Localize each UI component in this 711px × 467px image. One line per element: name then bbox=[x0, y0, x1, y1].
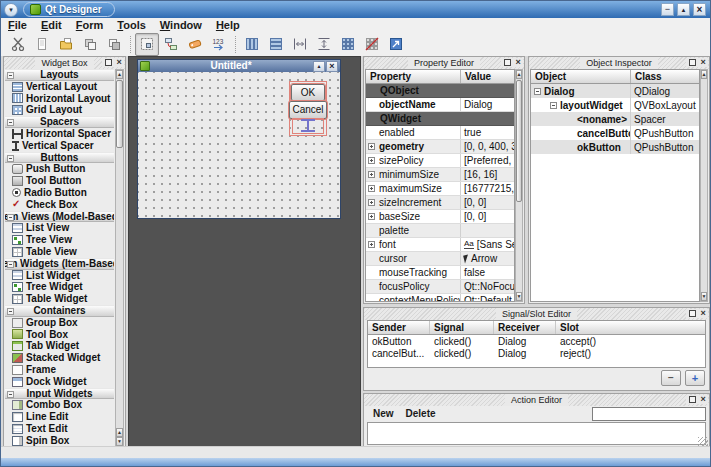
receiver-cell[interactable]: Dialog bbox=[494, 348, 556, 359]
menu-item[interactable]: Window bbox=[160, 19, 202, 31]
scrollbar-thumb[interactable] bbox=[116, 80, 123, 148]
action-filter-input[interactable] bbox=[592, 407, 706, 421]
property-row[interactable]: minimumSize [16, 16] bbox=[366, 168, 514, 182]
property-editor-titlebar[interactable]: Property Editor bbox=[364, 57, 524, 69]
property-row[interactable]: geometry [0, 0, 400, 3... bbox=[366, 140, 514, 154]
form-close-icon[interactable] bbox=[326, 61, 338, 72]
menu-item[interactable]: Help bbox=[216, 19, 240, 31]
widget-box-scrollbar[interactable] bbox=[115, 69, 124, 447]
close-icon[interactable] bbox=[514, 58, 523, 67]
scrollbar-thumb[interactable] bbox=[516, 80, 522, 202]
window-titlebar[interactable]: Qt Designer bbox=[1, 1, 710, 19]
copy-icon[interactable] bbox=[30, 33, 54, 56]
scroll-up-icon[interactable] bbox=[116, 428, 123, 437]
collapse-icon[interactable] bbox=[7, 308, 14, 315]
break-layout-icon[interactable] bbox=[360, 33, 384, 56]
sender-cell[interactable]: cancelBut... bbox=[368, 348, 430, 359]
property-value[interactable]: [16, 16] bbox=[464, 169, 497, 180]
widget-box-row[interactable]: Table Widget bbox=[5, 293, 114, 305]
menu-item[interactable]: Edit bbox=[41, 19, 62, 31]
form-minimize-icon[interactable] bbox=[313, 61, 325, 72]
widget-box-row[interactable]: Tree View bbox=[5, 234, 114, 246]
object-inspector-titlebar[interactable]: Object Inspector bbox=[529, 57, 709, 69]
collapse-icon[interactable] bbox=[7, 72, 14, 79]
float-icon[interactable] bbox=[104, 58, 113, 67]
widget-box-row[interactable]: Item Widgets (Item-Based) bbox=[5, 258, 114, 270]
selected-vbox-layout[interactable]: OK Cancel bbox=[289, 81, 327, 136]
property-row[interactable]: cursor Arrow bbox=[366, 252, 514, 266]
property-row[interactable]: objectName Dialog bbox=[366, 98, 514, 112]
object-inspector-scrollbar[interactable] bbox=[700, 69, 708, 302]
property-row[interactable]: baseSize [0, 0] bbox=[366, 210, 514, 224]
widget-box-row[interactable]: Combo Box bbox=[5, 399, 114, 411]
signal-cell[interactable]: clicked() bbox=[430, 336, 494, 347]
float-icon[interactable] bbox=[503, 58, 512, 67]
object-row[interactable]: <noname> Spacer bbox=[531, 112, 699, 126]
widget-box-row[interactable]: Input Widgets bbox=[5, 388, 114, 400]
property-value[interactable]: true bbox=[464, 127, 481, 138]
close-icon[interactable] bbox=[699, 58, 708, 67]
form-canvas[interactable]: OK Cancel bbox=[138, 72, 340, 218]
receiver-column-header[interactable]: Receiver bbox=[494, 321, 556, 334]
collapse-icon[interactable] bbox=[7, 155, 14, 162]
add-connection-icon[interactable] bbox=[685, 370, 705, 386]
form-window[interactable]: Untitled* OK Cancel bbox=[137, 59, 341, 219]
widget-box-row[interactable]: Text Edit bbox=[5, 423, 114, 435]
property-row[interactable]: QWidget bbox=[366, 112, 514, 126]
property-row[interactable]: palette bbox=[366, 224, 514, 238]
minimize-icon[interactable] bbox=[661, 3, 674, 16]
layout-vertical-splitter-icon[interactable] bbox=[312, 33, 336, 56]
action-editor-titlebar[interactable]: Action Editor bbox=[364, 394, 709, 406]
widget-box-row[interactable]: Dock Widget bbox=[5, 376, 114, 388]
scroll-down-icon[interactable] bbox=[701, 292, 707, 301]
slot-column-header[interactable]: Slot bbox=[556, 321, 705, 334]
widget-box-row[interactable]: Line Edit bbox=[5, 411, 114, 423]
widget-box-row[interactable]: Tree Widget bbox=[5, 281, 114, 293]
widget-box-row[interactable]: List View bbox=[5, 222, 114, 234]
slot-cell[interactable]: reject() bbox=[556, 348, 705, 359]
expand-icon[interactable] bbox=[368, 185, 375, 192]
property-value[interactable]: [16777215,... bbox=[464, 183, 514, 194]
scroll-up-icon[interactable] bbox=[116, 70, 123, 79]
property-row[interactable]: enabled true bbox=[366, 126, 514, 140]
close-icon[interactable] bbox=[115, 58, 124, 67]
property-row[interactable]: sizeIncrement [0, 0] bbox=[366, 196, 514, 210]
widget-box-row[interactable]: Tab Widget bbox=[5, 340, 114, 352]
widget-box-row[interactable]: Push Button bbox=[5, 163, 114, 175]
widget-box-row[interactable]: Check Box bbox=[5, 199, 114, 211]
widget-box-row[interactable]: Spacers bbox=[5, 116, 114, 128]
layout-vertical-icon[interactable] bbox=[264, 33, 288, 56]
expand-icon[interactable] bbox=[550, 102, 557, 109]
object-row[interactable]: okButton QPushButton bbox=[531, 140, 699, 154]
layout-horizontal-splitter-icon[interactable] bbox=[288, 33, 312, 56]
property-value[interactable]: [0, 0] bbox=[464, 197, 486, 208]
property-column-header[interactable]: Property bbox=[366, 70, 461, 83]
slot-cell[interactable]: accept() bbox=[556, 336, 705, 347]
widget-box-row[interactable]: Item Views (Model-Based) bbox=[5, 211, 114, 223]
widget-box-row[interactable]: Tool Button bbox=[5, 175, 114, 187]
paste-icon[interactable] bbox=[54, 33, 78, 56]
connection-row[interactable]: okButton clicked() Dialog accept() bbox=[368, 335, 705, 347]
sender-cell[interactable]: okButton bbox=[368, 336, 430, 347]
expand-icon[interactable] bbox=[368, 157, 375, 164]
value-column-header[interactable]: Value bbox=[461, 70, 514, 83]
widget-box-row[interactable]: Vertical Layout bbox=[5, 81, 114, 93]
cut-icon[interactable] bbox=[6, 33, 30, 56]
new-action-button[interactable]: New bbox=[373, 408, 394, 419]
adjust-size-icon[interactable] bbox=[384, 33, 408, 56]
sender-column-header[interactable]: Sender bbox=[368, 321, 430, 334]
widget-box-row[interactable]: Stacked Widget bbox=[5, 352, 114, 364]
property-value[interactable]: Dialog bbox=[464, 99, 492, 110]
collapse-icon[interactable] bbox=[7, 214, 14, 221]
menu-item[interactable]: Tools bbox=[117, 19, 146, 31]
expand-icon[interactable] bbox=[368, 171, 375, 178]
property-row[interactable]: maximumSize [16777215,... bbox=[366, 182, 514, 196]
connection-row[interactable]: cancelBut... clicked() Dialog reject() bbox=[368, 347, 705, 359]
widget-box-row[interactable]: Frame bbox=[5, 364, 114, 376]
action-list[interactable] bbox=[367, 422, 706, 445]
widget-box-row[interactable]: Containers bbox=[5, 305, 114, 317]
vertical-spacer[interactable] bbox=[293, 119, 323, 133]
scroll-down-icon[interactable] bbox=[116, 437, 123, 446]
widget-box-row[interactable]: Spin Box bbox=[5, 435, 114, 447]
scroll-down-icon[interactable] bbox=[516, 292, 522, 301]
